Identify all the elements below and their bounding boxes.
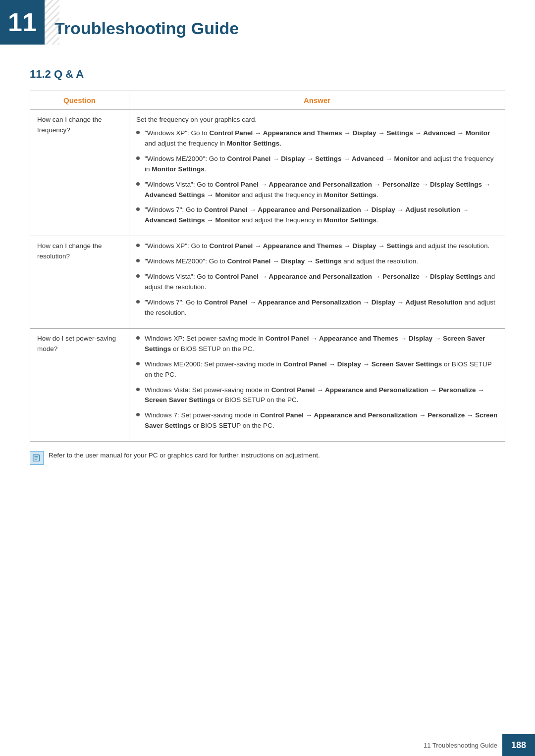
list-item: "Windows Vista": Go to Control Panel → A… [136,272,498,293]
chapter-title: Troubleshooting Guide [54,9,535,38]
bullet-dot [136,274,140,278]
table-row-question-2: How do I set power-saving mode? [30,328,129,441]
list-item: Windows Vista: Set power-saving mode in … [136,385,498,406]
bullet-text: "Windows 7": Go to Control Panel → Appea… [145,205,498,226]
bullet-text: Windows Vista: Set power-saving mode in … [145,385,498,406]
list-item: "Windows XP": Go to Control Panel → Appe… [136,128,498,149]
note-svg-icon [32,454,41,462]
col-header-answer: Answer [129,91,505,110]
list-item: "Windows ME/2000": Go to Control Panel →… [136,154,498,175]
col-header-question: Question [30,91,129,110]
bullet-dot [136,259,140,262]
bullet-text: "Windows XP": Go to Control Panel → Appe… [145,128,498,149]
bullet-text: "Windows ME/2000": Go to Control Panel →… [145,154,498,175]
bullet-dot [136,244,140,247]
list-item: Windows 7: Set power-saving mode in Cont… [136,410,498,431]
bullet-text: Windows XP: Set power-saving mode in Con… [145,334,498,354]
bullet-dot [136,182,140,186]
bullet-text: "Windows Vista": Go to Control Panel → A… [145,272,498,293]
bullet-dot [136,336,140,340]
answer-intro-0: Set the frequency on your graphics card. [136,115,498,125]
note-icon [30,451,44,465]
bullet-text: "Windows XP": Go to Control Panel → Appe… [145,241,498,252]
list-item: "Windows Vista": Go to Control Panel → A… [136,180,498,201]
bullet-list-2: Windows XP: Set power-saving mode in Con… [136,334,498,431]
list-item: "Windows XP": Go to Control Panel → Appe… [136,241,498,252]
bullet-text: Windows 7: Set power-saving mode in Cont… [145,410,498,431]
note-text: Refer to the user manual for your PC or … [49,451,320,460]
table-row-question-1: How can I change the resolution? [30,236,129,329]
bullet-text: "Windows Vista": Go to Control Panel → A… [145,180,498,201]
list-item: Windows XP: Set power-saving mode in Con… [136,334,498,354]
table-row-question-0: How can I change the frequency? [30,110,129,236]
bullet-dot [136,131,140,134]
section-heading: 11.2 Q & A [30,68,505,81]
table-row-answer-0: Set the frequency on your graphics card.… [129,110,505,236]
bullet-dot [136,362,140,365]
bullet-list-1: "Windows XP": Go to Control Panel → Appe… [136,241,498,318]
list-item: "Windows ME/2000": Go to Control Panel →… [136,256,498,267]
list-item: "Windows 7": Go to Control Panel → Appea… [136,205,498,226]
bullet-text: "Windows ME/2000": Go to Control Panel →… [145,256,498,267]
bullet-dot [136,300,140,303]
bullet-dot [136,413,140,416]
bullet-dot [136,207,140,211]
table-row-answer-2: Windows XP: Set power-saving mode in Con… [129,328,505,441]
footer-label: 11 Troubleshooting Guide [424,742,502,749]
list-item: Windows ME/2000: Set power-saving mode i… [136,359,498,380]
chapter-number-box: 11 [0,0,45,45]
qa-table: Question Answer How can I change the fre… [30,91,505,442]
footer-page: 188 [502,734,535,756]
footer: 11 Troubleshooting Guide 188 [0,734,535,756]
table-row-answer-1: "Windows XP": Go to Control Panel → Appe… [129,236,505,329]
bullet-list-0: "Windows XP": Go to Control Panel → Appe… [136,128,498,226]
chapter-number: 11 [8,9,37,35]
header: 11 Troubleshooting Guide [0,0,535,43]
bullet-text: "Windows 7": Go to Control Panel → Appea… [145,298,498,318]
note-area: Refer to the user manual for your PC or … [30,451,505,465]
bullet-dot [136,156,140,160]
bullet-text: Windows ME/2000: Set power-saving mode i… [145,359,498,380]
bullet-dot [136,388,140,391]
list-item: "Windows 7": Go to Control Panel → Appea… [136,298,498,318]
